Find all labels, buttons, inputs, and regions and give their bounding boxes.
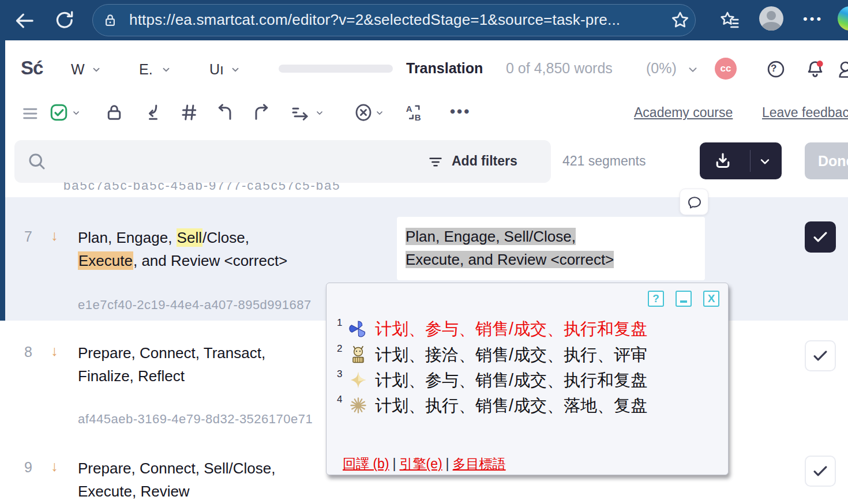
chevron-down-icon[interactable] bbox=[375, 108, 384, 118]
window-edge-strip bbox=[0, 40, 5, 321]
download-icon[interactable] bbox=[712, 151, 733, 171]
lock-icon[interactable] bbox=[102, 12, 119, 29]
candidate-text: 计划、接洽、销售/成交、执行、评审 bbox=[375, 344, 647, 367]
previous-segment-uuid: ba5c7a5c-ba5c-45ab-9777-ca5c57c5-ba5 bbox=[63, 182, 502, 197]
popup-minimize-button[interactable] bbox=[676, 291, 692, 307]
smartcat-logo[interactable]: Sć bbox=[21, 57, 43, 79]
redo-icon[interactable] bbox=[251, 102, 272, 123]
translation-candidate-row[interactable]: 2 计划、接洽、销售/成交、执行、评审 bbox=[336, 343, 716, 368]
profile-avatar[interactable] bbox=[759, 6, 783, 31]
arrow-down-icon: ↓ bbox=[51, 227, 58, 244]
candidate-number: 4 bbox=[337, 394, 342, 405]
segment-number: 9 bbox=[24, 459, 32, 476]
chevron-down-icon[interactable] bbox=[161, 65, 171, 75]
collections-icon[interactable] bbox=[719, 9, 741, 31]
candidate-text: 计划、参与、销售/成交、执行和复盘 bbox=[375, 318, 647, 341]
arrow-down-icon: ↓ bbox=[51, 458, 58, 475]
segment-7-source[interactable]: Plan, Engage, Sell/Close, Execute, and R… bbox=[78, 226, 287, 272]
segment-9-confirm-button[interactable] bbox=[805, 456, 836, 487]
candidate-text: 计划、执行、销售/成交、落地、复盘 bbox=[375, 394, 647, 418]
speech-bubble-icon bbox=[686, 194, 703, 210]
source-text: Plan, Engage, bbox=[78, 229, 177, 246]
engines-link[interactable]: 引擎(e) bbox=[399, 456, 442, 471]
user-avatar-badge[interactable]: cc bbox=[715, 58, 737, 80]
user-icon[interactable] bbox=[838, 59, 848, 80]
word-count: 0 of 4,850 words bbox=[506, 60, 613, 77]
source-text: Finalize, Reflect bbox=[78, 364, 265, 388]
candidate-text: 计划、参与、销售/成交、执行和复盘 bbox=[375, 369, 647, 392]
source-text: Prepare, Connect, Transact, bbox=[78, 341, 265, 364]
hamburger-menu-icon[interactable] bbox=[21, 104, 40, 123]
chevron-down-icon[interactable] bbox=[230, 65, 241, 75]
button-divider bbox=[750, 150, 751, 172]
browser-menu-icon[interactable]: ••• bbox=[803, 12, 823, 27]
segment-8-source[interactable]: Prepare, Connect, Transact, Finalize, Re… bbox=[78, 341, 265, 388]
download-split-button[interactable] bbox=[700, 142, 782, 179]
chevron-down-icon[interactable] bbox=[72, 108, 81, 118]
url-text[interactable]: https://ea.smartcat.com/editor?v=2&selec… bbox=[129, 11, 620, 29]
segment-9-source[interactable]: Prepare, Connect, Sell/Close, Execute, R… bbox=[78, 457, 276, 503]
multi-target-link[interactable]: 多目標語 bbox=[453, 456, 506, 471]
segment-number: 8 bbox=[24, 344, 32, 360]
source-text: Prepare, Connect, Sell/Close, bbox=[78, 457, 276, 480]
svg-text:B: B bbox=[415, 112, 421, 122]
check-icon bbox=[811, 346, 830, 366]
minimize-bar-icon bbox=[680, 300, 687, 303]
source-text: /Close, bbox=[202, 229, 249, 246]
highlighted-term-orange: Execute bbox=[78, 251, 133, 270]
highlighted-term-yellow: Sell bbox=[177, 228, 202, 247]
lock-segment-icon[interactable] bbox=[104, 102, 125, 123]
add-filters-button[interactable]: Add filters bbox=[452, 153, 517, 169]
leave-feedback-link[interactable]: Leave feedback bbox=[762, 105, 848, 121]
comment-bubble-button[interactable] bbox=[680, 189, 708, 215]
segment-number: 7 bbox=[24, 228, 32, 245]
segment-8-confirm-button[interactable] bbox=[805, 340, 836, 371]
gold-diamond-icon bbox=[348, 370, 368, 390]
transliterate-ab-icon[interactable]: A B bbox=[404, 102, 425, 123]
check-icon bbox=[811, 461, 830, 481]
insert-return-icon[interactable] bbox=[142, 102, 163, 123]
cancel-circle-icon[interactable] bbox=[353, 102, 374, 123]
menu-u[interactable]: Uı bbox=[209, 61, 224, 78]
back-icon[interactable] bbox=[13, 9, 36, 32]
browser-toolbar: https://ea.smartcat.com/editor?v=2&selec… bbox=[0, 0, 848, 40]
source-text: Execute, Review bbox=[78, 480, 276, 503]
translation-popup: ? X 1 计划、参与、销售/成交、执行和复盘 2 计划、 bbox=[326, 283, 729, 475]
avatar-head bbox=[767, 11, 776, 20]
svg-text:A: A bbox=[406, 104, 412, 114]
chevron-down-icon[interactable] bbox=[315, 108, 324, 118]
undo-icon[interactable] bbox=[215, 102, 235, 123]
confirm-checkbox-icon[interactable] bbox=[48, 102, 69, 123]
hash-tag-icon[interactable] bbox=[179, 102, 200, 123]
browser-logo-icon[interactable] bbox=[838, 6, 848, 31]
translation-candidate-row[interactable]: 4 计划、执行、销售/成交、落地、复盘 bbox=[336, 393, 716, 419]
chevron-down-icon[interactable] bbox=[757, 154, 772, 169]
translation-candidate-row[interactable]: 1 计划、参与、销售/成交、执行和复盘 bbox=[336, 317, 716, 342]
translation-candidate-row[interactable]: 3 计划、参与、销售/成交、执行和复盘 bbox=[336, 368, 716, 393]
search-icon bbox=[27, 151, 47, 172]
segment-7-target-cell[interactable]: Plan, Engage, Sell/Close, Execute, and R… bbox=[397, 217, 705, 280]
popup-close-button[interactable]: X bbox=[703, 291, 719, 307]
stage-title: Translation bbox=[406, 60, 483, 77]
check-icon bbox=[811, 227, 830, 247]
back-translate-link[interactable]: 回譯 (b) bbox=[343, 456, 389, 471]
segment-7-uuid: e1e7cf40-2c19-44e4-a407-895d991687 bbox=[78, 298, 312, 313]
academy-course-link[interactable]: Academy course bbox=[634, 105, 733, 121]
toolbar-more-icon[interactable]: ••• bbox=[450, 103, 471, 121]
popup-help-button[interactable]: ? bbox=[648, 291, 664, 307]
popup-links: 回譯 (b)|引擎(e)|多目標語 bbox=[343, 455, 506, 473]
done-button[interactable]: Done bbox=[805, 142, 848, 179]
candidate-number: 2 bbox=[337, 343, 342, 355]
segments-count: 421 segments bbox=[562, 153, 646, 169]
favorite-star-icon[interactable] bbox=[669, 9, 691, 31]
selected-target-text: Execute, and Review <correct> bbox=[406, 251, 614, 268]
menu-w[interactable]: W bbox=[71, 61, 85, 78]
refresh-icon[interactable] bbox=[53, 9, 76, 32]
goto-segment-icon[interactable] bbox=[288, 102, 312, 123]
notifications-bell-icon[interactable] bbox=[804, 58, 826, 80]
chevron-down-icon[interactable] bbox=[686, 63, 699, 76]
menu-e[interactable]: E. bbox=[139, 61, 153, 78]
segment-7-confirm-button[interactable] bbox=[805, 221, 836, 253]
progress-bar bbox=[279, 65, 393, 73]
chevron-down-icon[interactable] bbox=[91, 65, 102, 75]
